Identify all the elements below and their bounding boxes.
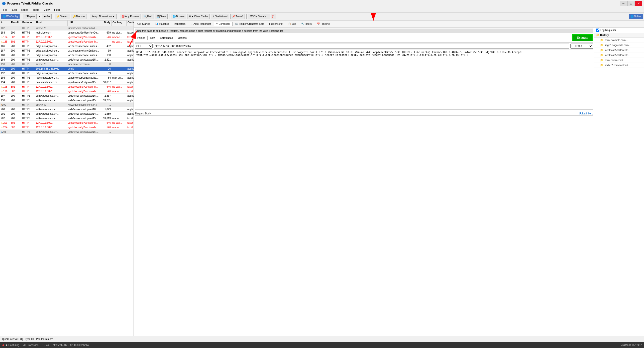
table-row[interactable]: 201 200 HTTPS softwareupdate.vm... /cds/… xyxy=(0,112,134,116)
list-item[interactable]: 📁 img01.sogoucdn.com/... xyxy=(594,43,644,48)
tab-log[interactable]: 📋 Log xyxy=(286,22,298,26)
request-body-area[interactable] xyxy=(135,115,593,335)
tab-filters[interactable]: 🔧 Filters xyxy=(299,22,314,26)
folder-icon: 📁 xyxy=(600,39,604,42)
protocol-select[interactable]: HTTP/1.1 HTTP/2 xyxy=(570,44,593,49)
table-row[interactable]: 194 200 HTTPS nav.smartscreen.m... /api/… xyxy=(0,80,134,85)
clear-cache-button[interactable]: ✖ ✖ Clear Cache xyxy=(187,14,210,19)
headers-area[interactable]: Host: 192.168.88.146:8082 Connection: ke… xyxy=(135,50,593,110)
folder-icon: 📁 xyxy=(600,44,604,47)
table-row[interactable]: 189 200 HTTPS softwareupdate.vm... /cds/… xyxy=(0,58,134,62)
replay-dropdown[interactable]: ▼ xyxy=(38,15,41,18)
close-button[interactable]: ✕ xyxy=(635,1,642,6)
composer-tab-scratchpad[interactable]: Scratchpad xyxy=(158,36,175,40)
replay-button[interactable]: ↺ Replay xyxy=(23,14,37,19)
table-row[interactable]: ↓205 - HTTPS softwareupdate.vm... /cds/v… xyxy=(0,130,134,134)
table-row[interactable]: 202 200 HTTPS softwareupdate.vm... /cds/… xyxy=(0,116,134,121)
execute-button[interactable]: Execute xyxy=(572,34,593,41)
method-select[interactable]: GET POST PUT DELETE xyxy=(135,44,153,49)
table-row[interactable]: 197 200 HTTPS softwareupdate.vm... /cds/… xyxy=(0,94,134,98)
col-header-num[interactable]: # xyxy=(0,21,10,26)
go-icon: ▶ xyxy=(44,15,46,18)
list-item[interactable]: 📁 www.baidu.com/ xyxy=(594,58,644,63)
col-header-content[interactable]: Content-Type xyxy=(127,21,134,26)
log-requests-label: Log Requests xyxy=(600,29,616,32)
tab-get-started[interactable]: Get Started xyxy=(135,22,152,26)
list-item[interactable]: 📁 localhost:5000/weath... xyxy=(594,48,644,53)
tab-inspectors[interactable]: Inspectors xyxy=(172,22,188,26)
composer-tab-options[interactable]: Options xyxy=(176,36,189,40)
menu-view[interactable]: View xyxy=(42,8,52,12)
browse-button[interactable]: 🌐 Browse xyxy=(171,14,186,19)
col-header-result[interactable]: Result xyxy=(10,21,21,26)
table-row-selected[interactable]: 191 200 HTTP 192.168.88.146:8082 /hello … xyxy=(0,67,134,71)
table-row[interactable]: 183 200 HTTPS login.live.com /ppsecure/G… xyxy=(0,31,134,35)
tab-composer[interactable]: ✏ Composer xyxy=(214,22,233,26)
find-button[interactable]: 🔍 Find xyxy=(142,14,154,19)
table-row[interactable]: ⚠204 502 HTTP 127.0.0.1:5021 /getbhoconf… xyxy=(0,125,134,130)
tab-timeline[interactable]: 📅 Timeline xyxy=(314,22,332,26)
tab-fiddler-orchestra[interactable]: 🎼 Fiddler Orchestra Beta xyxy=(233,22,266,26)
tab-autoresponder[interactable]: ↔ AutoResponder xyxy=(188,22,213,26)
msdn-search-button[interactable]: MSDN Search... xyxy=(248,14,270,19)
tearoff-button[interactable]: 📌 Tearoff xyxy=(230,14,245,19)
menu-file[interactable]: File xyxy=(1,8,10,12)
list-item[interactable]: 📁 fiddler2.com/content/... xyxy=(594,63,644,68)
table-row[interactable]: 198 200 HTTPS softwareupdate.vm... /cds/… xyxy=(0,98,134,103)
any-process-button[interactable]: 🎯 Any Process xyxy=(120,14,141,19)
tab-fiddler-script[interactable]: FiddlerScript xyxy=(267,22,285,26)
table-row[interactable]: 188 200 HTTPS edge.activity.windo... /v1… xyxy=(0,53,134,58)
col-header-url[interactable]: URL xyxy=(68,21,100,26)
process-filter-label: All Processes xyxy=(23,344,39,346)
toolbar-sep-2 xyxy=(53,14,53,19)
minimize-button[interactable]: ─ xyxy=(620,1,627,6)
decode-button[interactable]: 🔑 Decode xyxy=(71,14,86,19)
keep-button[interactable]: Keep: All sessions ▼ xyxy=(90,14,117,19)
decode-icon: 🔑 xyxy=(73,15,76,18)
composer-tab-parsed[interactable]: Parsed xyxy=(135,36,148,40)
table-row[interactable]: ⚠195 502 HTTP 127.0.0.1:5021 /getbhoconf… xyxy=(0,85,134,89)
titlebar-controls[interactable]: ─ □ ✕ xyxy=(620,1,642,6)
col-header-caching[interactable]: Caching xyxy=(112,21,127,26)
upload-file-link[interactable]: Upload file... xyxy=(579,112,593,115)
table-row[interactable]: ⚠196 502 HTTP 127.0.0.1:5021 /getbhoconf… xyxy=(0,89,134,94)
table-row[interactable]: 186 200 HTTPS edge.activity.windo... /v1… xyxy=(0,44,134,49)
save-button[interactable]: 💾 Save xyxy=(155,14,168,19)
col-header-host[interactable]: Host xyxy=(35,21,68,26)
col-header-protocol[interactable]: Protocol xyxy=(21,21,35,26)
table-row[interactable]: 192 200 HTTPS edge.activity.windo... /v1… xyxy=(0,71,134,76)
tearoff-icon: 📌 xyxy=(232,15,235,18)
winconfig-button[interactable]: 🌐 WinConfig xyxy=(1,14,20,19)
menu-help[interactable]: Help xyxy=(52,8,62,12)
maximize-button[interactable]: □ xyxy=(627,1,634,6)
table-row[interactable]: 187 200 HTTPS edge.activity.windo... /v1… xyxy=(0,49,134,53)
go-button[interactable]: ▶ Go xyxy=(42,14,51,19)
col-header-body[interactable]: Body xyxy=(100,21,112,26)
tab-statistics[interactable]: 📊 Statistics xyxy=(153,22,171,26)
bottom-left: ⏺ ⏺ Capturing All Processes 1 / 24 http:… xyxy=(2,344,89,346)
table-row[interactable]: 182 HTTP Tunnel to update-cdn.platform.h… xyxy=(0,26,134,31)
table-row[interactable]: 190 200 HTTP Tunnel to nav.smartscreen.m… xyxy=(0,62,134,67)
online-button[interactable]: 🌐 Online xyxy=(629,14,643,19)
help-icon-button[interactable]: ❓ xyxy=(271,14,276,19)
table-row[interactable]: ⚠184 502 HTTP 127.0.0.1:5021 /getbhoconf… xyxy=(0,35,134,40)
text-wizard-button[interactable]: ✎ TextWizard xyxy=(211,14,229,19)
url-input[interactable] xyxy=(154,44,569,49)
table-row[interactable]: ↑199 - HTTP Tunnel to www.googleapis.com… xyxy=(0,103,134,107)
right-panel: Get Started 📊 Statistics Inspectors ↔ Au… xyxy=(134,21,644,336)
bottom-right: CSDN @ 张占,摄 > xyxy=(621,343,642,347)
browse-icon: 🌐 xyxy=(173,15,176,18)
list-item[interactable]: 📁 www.example.com/... xyxy=(594,38,644,43)
stream-button[interactable]: ⚡ Stream xyxy=(55,14,70,19)
table-row[interactable]: ⚠185 502 HTTP 127.0.0.1:5021 /getbhoconf… xyxy=(0,40,134,44)
table-row[interactable]: 200 200 HTTPS softwareupdate.vm... /cds/… xyxy=(0,107,134,112)
list-item[interactable]: 📁 localhost:5000/weath... xyxy=(594,53,644,58)
table-row[interactable]: 193 200 HTTPS nav.smartscreen.m... /api/… xyxy=(0,76,134,80)
menu-tools[interactable]: Tools xyxy=(31,8,41,12)
log-requests-checkbox[interactable] xyxy=(596,29,599,32)
table-row[interactable]: ⚠203 502 HTTP 127.0.0.1:5021 /getbhoconf… xyxy=(0,121,134,125)
menu-edit[interactable]: Edit xyxy=(10,8,19,12)
composer-tab-raw[interactable]: Raw xyxy=(148,36,158,40)
menu-rules[interactable]: Rules xyxy=(19,8,30,12)
sessions-header: # Result Protocol Host URL Body Caching … xyxy=(0,21,134,26)
